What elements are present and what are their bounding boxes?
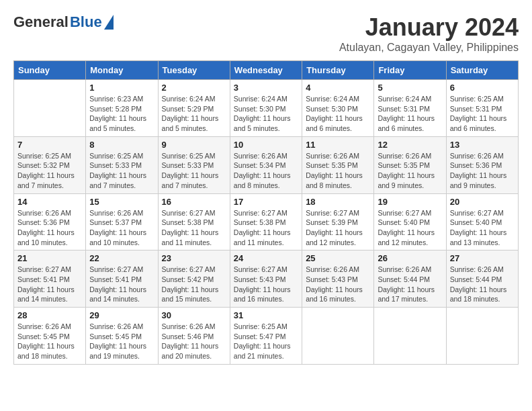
- col-header-wednesday: Wednesday: [230, 61, 302, 80]
- calendar-cell: 17Sunrise: 6:27 AM Sunset: 5:38 PM Dayli…: [230, 193, 302, 250]
- calendar-cell: 31Sunrise: 6:25 AM Sunset: 5:47 PM Dayli…: [230, 308, 302, 365]
- day-number: 17: [234, 197, 298, 207]
- col-header-sunday: Sunday: [14, 61, 86, 80]
- day-number: 14: [17, 197, 82, 207]
- day-info: Sunrise: 6:23 AM Sunset: 5:28 PM Dayligh…: [89, 94, 154, 134]
- day-info: Sunrise: 6:26 AM Sunset: 5:36 PM Dayligh…: [450, 151, 515, 191]
- calendar-cell: 19Sunrise: 6:27 AM Sunset: 5:40 PM Dayli…: [374, 193, 446, 250]
- calendar-cell: 24Sunrise: 6:27 AM Sunset: 5:43 PM Dayli…: [230, 250, 302, 308]
- day-number: 10: [234, 140, 298, 150]
- day-info: Sunrise: 6:26 AM Sunset: 5:34 PM Dayligh…: [234, 151, 298, 191]
- day-info: Sunrise: 6:26 AM Sunset: 5:45 PM Dayligh…: [17, 322, 82, 361]
- col-header-saturday: Saturday: [446, 61, 518, 80]
- day-info: Sunrise: 6:27 AM Sunset: 5:38 PM Dayligh…: [234, 208, 298, 248]
- day-number: 18: [306, 197, 370, 207]
- day-number: 8: [89, 140, 154, 150]
- calendar-cell: 11Sunrise: 6:26 AM Sunset: 5:35 PM Dayli…: [302, 136, 374, 193]
- day-number: 19: [378, 197, 442, 207]
- day-info: Sunrise: 6:26 AM Sunset: 5:35 PM Dayligh…: [378, 151, 442, 191]
- week-row-1: 1Sunrise: 6:23 AM Sunset: 5:28 PM Daylig…: [14, 80, 519, 137]
- calendar-cell: 27Sunrise: 6:26 AM Sunset: 5:44 PM Dayli…: [446, 250, 518, 308]
- day-number: 20: [450, 197, 515, 207]
- day-info: Sunrise: 6:27 AM Sunset: 5:38 PM Dayligh…: [162, 208, 226, 248]
- col-header-thursday: Thursday: [302, 61, 374, 80]
- calendar-cell: 22Sunrise: 6:27 AM Sunset: 5:41 PM Dayli…: [86, 250, 158, 308]
- calendar-cell: 12Sunrise: 6:26 AM Sunset: 5:35 PM Dayli…: [374, 136, 446, 193]
- calendar-cell: 21Sunrise: 6:27 AM Sunset: 5:41 PM Dayli…: [14, 250, 86, 308]
- calendar-cell: 23Sunrise: 6:27 AM Sunset: 5:42 PM Dayli…: [158, 250, 230, 308]
- day-number: 24: [234, 253, 298, 263]
- day-info: Sunrise: 6:27 AM Sunset: 5:43 PM Dayligh…: [234, 265, 298, 304]
- day-info: Sunrise: 6:27 AM Sunset: 5:41 PM Dayligh…: [17, 265, 82, 304]
- calendar-cell: [302, 308, 374, 365]
- calendar-cell: 7Sunrise: 6:25 AM Sunset: 5:32 PM Daylig…: [14, 136, 86, 193]
- day-number: 2: [162, 83, 226, 93]
- day-info: Sunrise: 6:26 AM Sunset: 5:43 PM Dayligh…: [306, 265, 370, 304]
- col-header-friday: Friday: [374, 61, 446, 80]
- calendar-cell: 10Sunrise: 6:26 AM Sunset: 5:34 PM Dayli…: [230, 136, 302, 193]
- title-block: January 2024 Atulayan, Cagayan Valley, P…: [339, 13, 519, 54]
- day-info: Sunrise: 6:27 AM Sunset: 5:40 PM Dayligh…: [378, 208, 442, 248]
- day-number: 1: [89, 83, 154, 93]
- day-number: 4: [306, 83, 370, 93]
- day-number: 30: [162, 310, 226, 320]
- calendar-cell: 3Sunrise: 6:24 AM Sunset: 5:30 PM Daylig…: [230, 80, 302, 137]
- calendar-cell: [446, 308, 518, 365]
- calendar-cell: 8Sunrise: 6:25 AM Sunset: 5:33 PM Daylig…: [86, 136, 158, 193]
- day-number: 29: [89, 310, 154, 320]
- day-number: 5: [378, 83, 442, 93]
- day-number: 9: [162, 140, 226, 150]
- calendar-cell: 20Sunrise: 6:27 AM Sunset: 5:40 PM Dayli…: [446, 193, 518, 250]
- calendar-cell: 29Sunrise: 6:26 AM Sunset: 5:45 PM Dayli…: [86, 308, 158, 365]
- day-number: 16: [162, 197, 226, 207]
- day-number: 15: [89, 197, 154, 207]
- day-info: Sunrise: 6:25 AM Sunset: 5:47 PM Dayligh…: [234, 322, 298, 361]
- calendar-cell: 15Sunrise: 6:26 AM Sunset: 5:37 PM Dayli…: [86, 193, 158, 250]
- calendar-cell: 6Sunrise: 6:25 AM Sunset: 5:31 PM Daylig…: [446, 80, 518, 137]
- calendar-header-row: SundayMondayTuesdayWednesdayThursdayFrid…: [14, 61, 519, 80]
- day-number: 12: [378, 140, 442, 150]
- calendar-cell: 30Sunrise: 6:26 AM Sunset: 5:46 PM Dayli…: [158, 308, 230, 365]
- logo: General Blue: [13, 13, 114, 31]
- logo-blue: Blue: [70, 13, 102, 31]
- calendar-cell: 4Sunrise: 6:24 AM Sunset: 5:30 PM Daylig…: [302, 80, 374, 137]
- day-number: 27: [450, 253, 515, 263]
- location: Atulayan, Cagayan Valley, Philippines: [339, 42, 519, 54]
- day-number: 26: [378, 253, 442, 263]
- day-number: 31: [234, 310, 298, 320]
- day-info: Sunrise: 6:26 AM Sunset: 5:46 PM Dayligh…: [162, 322, 226, 361]
- day-info: Sunrise: 6:27 AM Sunset: 5:42 PM Dayligh…: [162, 265, 226, 304]
- day-info: Sunrise: 6:24 AM Sunset: 5:30 PM Dayligh…: [306, 94, 370, 134]
- day-info: Sunrise: 6:27 AM Sunset: 5:41 PM Dayligh…: [89, 265, 154, 304]
- day-number: 7: [17, 140, 82, 150]
- month-title: January 2024: [339, 13, 519, 42]
- day-number: 6: [450, 83, 515, 93]
- day-info: Sunrise: 6:26 AM Sunset: 5:37 PM Dayligh…: [89, 208, 154, 248]
- calendar-cell: 16Sunrise: 6:27 AM Sunset: 5:38 PM Dayli…: [158, 193, 230, 250]
- day-info: Sunrise: 6:26 AM Sunset: 5:44 PM Dayligh…: [450, 265, 515, 304]
- week-row-3: 14Sunrise: 6:26 AM Sunset: 5:36 PM Dayli…: [14, 193, 519, 250]
- calendar-cell: 5Sunrise: 6:24 AM Sunset: 5:31 PM Daylig…: [374, 80, 446, 137]
- day-info: Sunrise: 6:25 AM Sunset: 5:33 PM Dayligh…: [89, 151, 154, 191]
- day-number: 11: [306, 140, 370, 150]
- logo-chevron-icon: [104, 15, 114, 30]
- day-number: 3: [234, 83, 298, 93]
- page-header: General Blue January 2024 Atulayan, Caga…: [13, 13, 519, 54]
- week-row-4: 21Sunrise: 6:27 AM Sunset: 5:41 PM Dayli…: [14, 250, 519, 308]
- calendar-cell: 26Sunrise: 6:26 AM Sunset: 5:44 PM Dayli…: [374, 250, 446, 308]
- day-info: Sunrise: 6:24 AM Sunset: 5:31 PM Dayligh…: [378, 94, 442, 134]
- week-row-5: 28Sunrise: 6:26 AM Sunset: 5:45 PM Dayli…: [14, 308, 519, 365]
- calendar-cell: 9Sunrise: 6:25 AM Sunset: 5:33 PM Daylig…: [158, 136, 230, 193]
- day-number: 23: [162, 253, 226, 263]
- day-info: Sunrise: 6:24 AM Sunset: 5:30 PM Dayligh…: [234, 94, 298, 134]
- calendar-cell: 1Sunrise: 6:23 AM Sunset: 5:28 PM Daylig…: [86, 80, 158, 137]
- calendar-cell: 18Sunrise: 6:27 AM Sunset: 5:39 PM Dayli…: [302, 193, 374, 250]
- day-info: Sunrise: 6:27 AM Sunset: 5:40 PM Dayligh…: [450, 208, 515, 248]
- day-info: Sunrise: 6:27 AM Sunset: 5:39 PM Dayligh…: [306, 208, 370, 248]
- day-number: 21: [17, 253, 82, 263]
- day-info: Sunrise: 6:25 AM Sunset: 5:32 PM Dayligh…: [17, 151, 82, 191]
- col-header-monday: Monday: [86, 61, 158, 80]
- day-number: 22: [89, 253, 154, 263]
- day-info: Sunrise: 6:25 AM Sunset: 5:31 PM Dayligh…: [450, 94, 515, 134]
- calendar-cell: [374, 308, 446, 365]
